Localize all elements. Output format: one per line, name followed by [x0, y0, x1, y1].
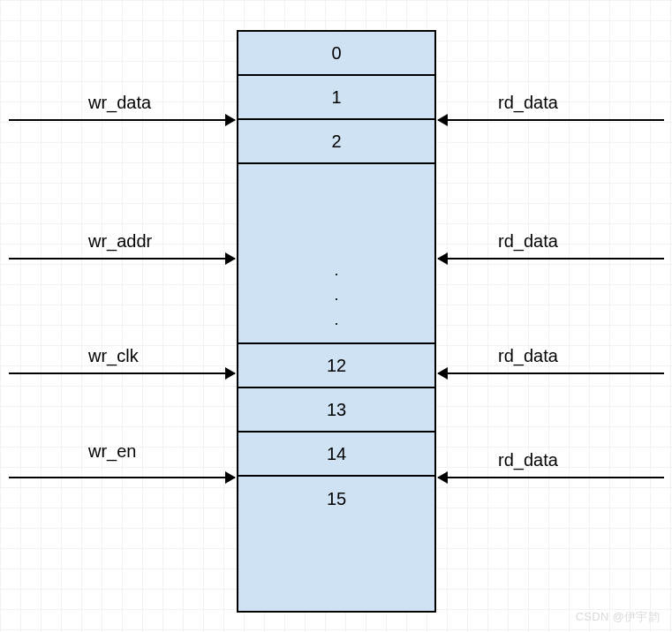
signal-label-left: wr_en — [88, 441, 136, 462]
memory-ellipsis: . . . — [238, 164, 434, 344]
memory-cell-14: 14 — [238, 433, 434, 477]
memory-cell-13: 13 — [238, 388, 434, 433]
memory-cell-1: 1 — [238, 76, 434, 120]
arrow-right-icon — [9, 119, 235, 121]
arrow-left-icon — [438, 119, 664, 121]
ellipsis-dots: . . . — [334, 258, 338, 342]
arrow-right-icon — [9, 372, 235, 374]
memory-cell-12: 12 — [238, 344, 434, 388]
signal-label-right: rd_data — [498, 346, 558, 366]
signal-label-right: rd_data — [498, 93, 558, 113]
signal-label-right: rd_data — [498, 450, 558, 470]
signal-label-left: wr_data — [88, 93, 151, 113]
dot: . — [334, 258, 338, 282]
memory-cell-15: 15 — [238, 477, 434, 521]
watermark: CSDN @伊宇韵 — [576, 609, 660, 625]
signal-label-left: wr_addr — [88, 231, 152, 252]
arrow-left-icon — [438, 258, 664, 260]
dot: . — [334, 282, 338, 307]
signal-label-left: wr_clk — [88, 346, 139, 366]
dot: . — [334, 307, 338, 332]
arrow-left-icon — [438, 477, 664, 478]
memory-cell-0: 0 — [238, 32, 434, 76]
memory-block: 0 1 2 . . . 12 13 14 15 — [237, 30, 436, 613]
arrow-left-icon — [438, 372, 664, 374]
signal-label-right: rd_data — [498, 231, 558, 252]
memory-cell-2: 2 — [238, 120, 434, 164]
arrow-right-icon — [9, 258, 235, 260]
arrow-right-icon — [9, 477, 235, 478]
